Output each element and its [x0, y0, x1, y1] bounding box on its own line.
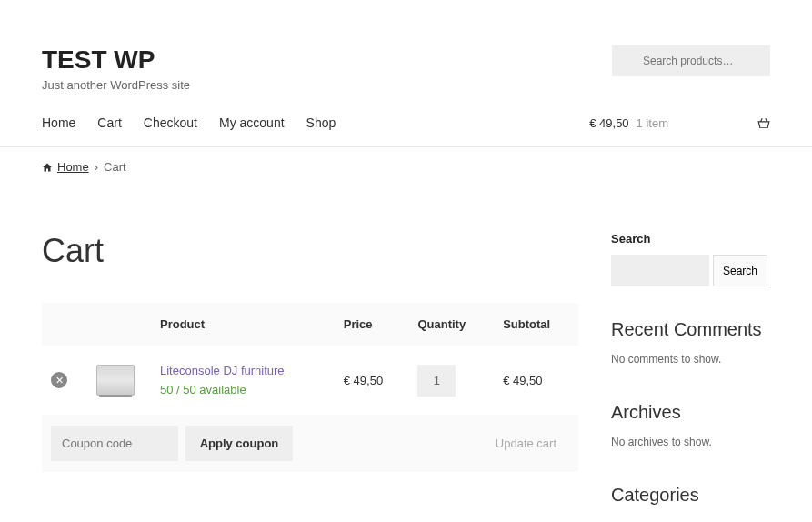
product-price: € 49,50 [335, 346, 409, 415]
sidebar-search-button[interactable]: Search [713, 255, 767, 286]
col-price: Price [335, 303, 409, 346]
header-search [612, 45, 770, 76]
header-cart-summary[interactable]: € 49,50 1 item [589, 116, 770, 130]
archives-title: Archives [611, 402, 767, 423]
archives-text: No archives to show. [611, 436, 767, 448]
sidebar-search-label: Search [611, 232, 767, 246]
recent-comments-text: No comments to show. [611, 353, 767, 366]
table-row: ✕ Liteconsole DJ furniture 50 / 50 avail… [42, 346, 578, 415]
nav-cart[interactable]: Cart [97, 115, 121, 130]
page-title: Cart [42, 232, 578, 270]
breadcrumb: Home › Cart [42, 147, 770, 186]
breadcrumb-current: Cart [104, 160, 126, 174]
breadcrumb-home[interactable]: Home [42, 160, 89, 174]
coupon-input[interactable] [51, 426, 178, 461]
sidebar-search-input[interactable] [611, 255, 709, 286]
search-input[interactable] [612, 45, 770, 76]
product-availability: 50 / 50 available [160, 383, 326, 397]
apply-coupon-button[interactable]: Apply coupon [185, 426, 294, 461]
col-subtotal: Subtotal [494, 303, 578, 346]
cart-total: € 49,50 [589, 116, 628, 130]
breadcrumb-home-label: Home [57, 160, 89, 174]
cart-table: Product Price Quantity Subtotal ✕ Liteco… [42, 303, 578, 472]
primary-nav: Home Cart Checkout My account Shop [42, 115, 336, 130]
product-link[interactable]: Liteconsole DJ furniture [160, 364, 285, 377]
site-tagline: Just another WordPress site [42, 78, 190, 92]
col-product: Product [151, 303, 335, 346]
site-title[interactable]: TEST WP [42, 45, 190, 75]
product-thumbnail[interactable] [96, 365, 135, 396]
recent-comments-title: Recent Comments [611, 319, 767, 340]
categories-title: Categories [611, 485, 767, 506]
remove-item-button[interactable]: ✕ [51, 372, 67, 388]
cart-item-count: 1 item [637, 116, 668, 130]
nav-checkout[interactable]: Checkout [144, 115, 197, 130]
update-cart-button[interactable]: Update cart [483, 426, 569, 461]
breadcrumb-sep: › [95, 160, 98, 174]
product-subtotal: € 49,50 [494, 346, 578, 415]
col-quantity: Quantity [408, 303, 494, 346]
nav-account[interactable]: My account [219, 115, 285, 130]
quantity-input[interactable] [417, 365, 456, 397]
nav-shop[interactable]: Shop [306, 115, 336, 130]
basket-icon [757, 117, 770, 128]
home-icon [42, 162, 53, 173]
nav-home[interactable]: Home [42, 115, 75, 130]
